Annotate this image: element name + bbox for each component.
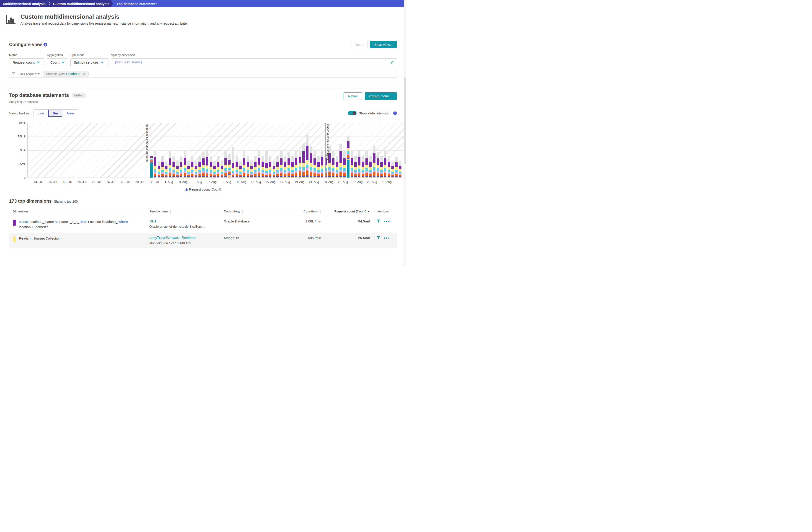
stacked-bar[interactable]	[295, 151, 297, 177]
split-mode-select[interactable]: Split by services	[70, 58, 108, 66]
more-actions-icon[interactable]: ●●●	[384, 236, 390, 240]
stacked-bar[interactable]	[191, 156, 193, 177]
stacked-bar[interactable]	[373, 146, 376, 177]
filter-requests-bar[interactable]: Filter requests: Service type: Database …	[9, 70, 397, 78]
stacked-bar[interactable]	[317, 156, 320, 177]
stacked-bar[interactable]	[176, 160, 179, 177]
chart-plot-area[interactable]: Requests & Request attributesTraces & Co…	[27, 123, 404, 178]
stacked-bar[interactable]	[299, 151, 301, 177]
stacked-bar[interactable]	[206, 150, 208, 177]
refine-button[interactable]: Refine	[344, 92, 362, 100]
filter-action-icon[interactable]	[377, 236, 380, 240]
stacked-bar[interactable]	[284, 156, 286, 177]
stacked-bar[interactable]	[202, 152, 205, 177]
stacked-bar[interactable]	[235, 156, 238, 177]
stacked-bar[interactable]	[169, 151, 171, 177]
stacked-bar[interactable]	[395, 157, 397, 177]
stacked-bar[interactable]	[199, 156, 201, 177]
stacked-bar[interactable]	[254, 156, 257, 177]
stacked-bar[interactable]	[288, 152, 290, 177]
reset-button[interactable]: Reset	[350, 41, 368, 48]
stacked-bar[interactable]	[362, 156, 364, 177]
stacked-bar[interactable]	[388, 156, 390, 177]
stacked-bar[interactable]	[291, 156, 294, 177]
stacked-bar[interactable]	[354, 156, 357, 177]
breadcrumb-item-multidimensional-analysis[interactable]: Multidimensional analysis	[3, 2, 46, 6]
chart-mode-bar[interactable]: Bar	[48, 110, 62, 117]
column-header-service-name[interactable]: Service name	[149, 210, 224, 213]
stacked-bar[interactable]	[258, 151, 260, 177]
stacked-bar[interactable]	[232, 146, 234, 177]
stacked-bar[interactable]	[321, 150, 323, 177]
column-header-technology[interactable]: Technology	[224, 210, 287, 213]
info-icon[interactable]: i	[393, 112, 397, 115]
breadcrumb-item-custom-multidimensional-analysis[interactable]: Custom multidimensional analysis	[53, 2, 110, 6]
stacked-bar[interactable]	[195, 161, 197, 177]
stacked-bar[interactable]	[391, 161, 394, 177]
stacked-bar[interactable]	[384, 151, 387, 177]
stacked-bar[interactable]	[228, 154, 231, 177]
show-data-retention-toggle[interactable]	[348, 111, 357, 115]
stacked-bar[interactable]	[332, 151, 334, 177]
service-type-filter-chip[interactable]: Service type: Database ✕	[43, 71, 89, 77]
stacked-bar[interactable]	[314, 151, 316, 177]
stacked-bar[interactable]	[336, 156, 338, 177]
stacked-bar[interactable]	[265, 151, 268, 177]
stacked-bar[interactable]	[306, 135, 308, 177]
column-header-count-min[interactable]: Count/min	[287, 210, 321, 213]
stacked-bar[interactable]	[365, 151, 368, 177]
filter-action-icon[interactable]	[377, 219, 380, 223]
stacked-bar[interactable]	[217, 156, 219, 177]
stacked-bar[interactable]	[243, 151, 245, 177]
stacked-bar[interactable]	[250, 160, 253, 177]
stacked-bar[interactable]	[339, 144, 342, 177]
stacked-bar[interactable]	[262, 156, 264, 177]
stacked-bar[interactable]	[165, 161, 168, 177]
stacked-bar[interactable]	[347, 136, 349, 177]
stacked-bar[interactable]	[269, 156, 271, 177]
stacked-bar[interactable]	[187, 161, 190, 177]
stacked-bar[interactable]	[180, 156, 182, 177]
stacked-bar[interactable]	[247, 156, 249, 177]
stacked-bar[interactable]	[224, 151, 227, 177]
create-metric-button[interactable]: Create metric...	[365, 92, 397, 100]
stacked-bar[interactable]	[173, 156, 175, 177]
scrollbar-thumb[interactable]	[404, 77, 406, 164]
stacked-bar[interactable]	[184, 151, 186, 177]
column-header-dimension[interactable]: Dimension	[9, 210, 149, 213]
stacked-bar[interactable]	[351, 151, 353, 177]
stacked-bar[interactable]	[369, 156, 372, 177]
info-icon[interactable]: i	[44, 43, 47, 46]
stacked-bar[interactable]	[399, 161, 402, 177]
column-header-request-count[interactable]: Request count (Count)	[321, 210, 370, 213]
stacked-bar[interactable]	[380, 156, 383, 177]
stacked-bar[interactable]	[150, 156, 153, 177]
split-by-dimension-field[interactable]: {Request:Name}	[111, 58, 397, 66]
save-view-button[interactable]: Save view...	[370, 41, 397, 48]
stacked-bar[interactable]	[280, 151, 282, 177]
stacked-bar[interactable]	[377, 152, 379, 177]
scrollbar[interactable]	[404, 0, 406, 266]
stacked-bar[interactable]	[209, 156, 212, 177]
stacked-bar[interactable]	[213, 161, 216, 177]
stacked-bar[interactable]	[239, 161, 242, 177]
metric-select[interactable]: Request count	[9, 58, 44, 66]
service-name-link[interactable]: easyTravelVmware-Business	[149, 236, 197, 240]
remove-filter-icon[interactable]: ✕	[83, 72, 86, 76]
stacked-bar[interactable]	[273, 161, 275, 177]
chart-mode-area[interactable]: Area	[62, 110, 78, 117]
aggregation-select[interactable]: Count	[47, 58, 68, 66]
service-name-link[interactable]: DB1	[149, 219, 156, 224]
stacked-bar[interactable]	[343, 151, 346, 177]
stacked-bar[interactable]	[158, 161, 160, 177]
edit-pencil-icon[interactable]	[391, 60, 394, 64]
stacked-bar[interactable]	[302, 144, 305, 177]
stacked-bar[interactable]	[358, 150, 360, 177]
more-actions-icon[interactable]: ●●●	[384, 219, 390, 223]
stacked-bar[interactable]	[221, 160, 223, 177]
stacked-bar[interactable]	[161, 156, 164, 177]
chart-mode-line[interactable]: Line	[33, 110, 48, 117]
stacked-bar[interactable]	[276, 156, 279, 177]
stacked-bar[interactable]	[310, 146, 313, 177]
stacked-bar[interactable]	[154, 151, 156, 177]
